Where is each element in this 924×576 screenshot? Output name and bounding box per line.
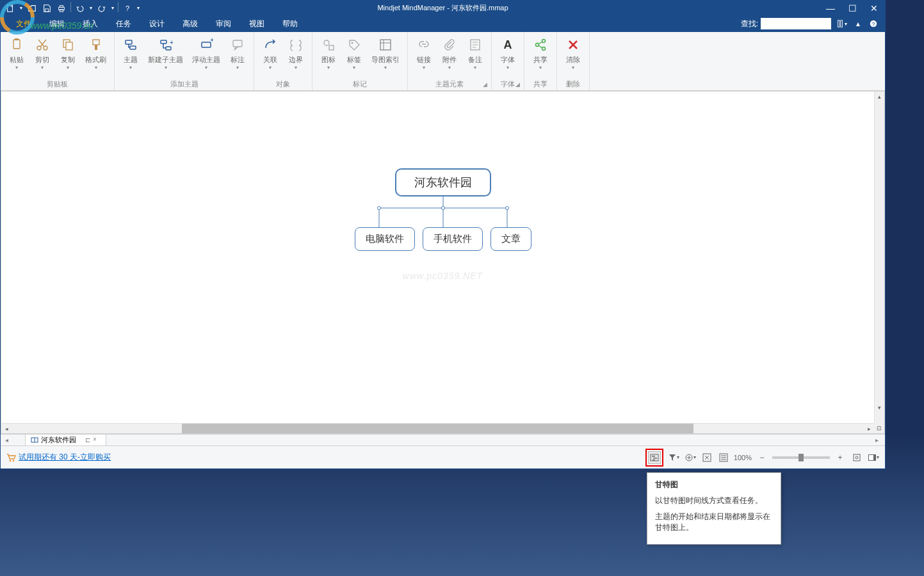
index-icon (378, 37, 393, 52)
help-button[interactable]: ? (867, 18, 880, 29)
collapse-button[interactable] (701, 451, 713, 464)
ribbon-btn-notes[interactable]: 备注▾ (463, 35, 487, 73)
ribbon-group-label: 剪贴板 (1, 77, 114, 90)
menu-item-3[interactable]: 任务 (107, 16, 140, 32)
dialog-launcher[interactable]: ◢ (481, 81, 489, 89)
gantt-icon[interactable] (648, 451, 661, 464)
ribbon-btn-format[interactable]: 格式刷▾ (81, 35, 110, 73)
menu-item-7[interactable]: 视图 (240, 16, 273, 32)
svg-point-46 (441, 207, 444, 210)
ribbon-btn-cut[interactable]: 剪切▾ (30, 35, 54, 73)
ribbon-btn-font[interactable]: A字体▾ (496, 35, 520, 73)
vertical-scrollbar[interactable]: ▴ ▾ (874, 92, 884, 423)
scroll-right-button[interactable]: ▸ (864, 424, 874, 434)
panels-button[interactable]: ▾ (867, 451, 880, 464)
tab-next[interactable]: ▸ (871, 435, 882, 446)
subtopic-1[interactable]: 手机软件 (423, 227, 483, 251)
expand-ribbon-button[interactable]: ▴ (852, 18, 864, 29)
trial-link[interactable]: 试用期还有 30 天-立即购买 (19, 452, 111, 463)
svg-rect-69 (869, 455, 873, 460)
tab-pin-icon[interactable]: ⊏ (85, 436, 90, 444)
scroll-up-button[interactable]: ▴ (875, 92, 884, 102)
svg-line-41 (539, 42, 542, 44)
scroll-corner[interactable]: ⊡ (874, 423, 884, 433)
bookmark-button[interactable]: ▾ (834, 18, 849, 29)
qat-help-icon[interactable]: ? (120, 2, 134, 15)
ribbon-btn-attach[interactable]: 附件▾ (437, 35, 462, 73)
menu-item-6[interactable]: 审阅 (207, 16, 240, 32)
ribbon-btn-relation[interactable]: 关联▾ (258, 35, 282, 73)
document-tab[interactable]: 河东软件园 ⊏ × (25, 435, 106, 446)
ribbon-btn-icons[interactable]: 图标▾ (316, 35, 341, 73)
svg-point-39 (542, 40, 546, 43)
ribbon-btn-link[interactable]: 链接▾ (412, 35, 436, 73)
central-topic[interactable]: 河东软件园 (395, 168, 491, 196)
qat-undo-icon[interactable] (73, 2, 87, 15)
mindmap: 河东软件园 电脑软件手机软件文章 (355, 168, 531, 251)
qat-dropdown4-icon[interactable]: ▾ (135, 2, 142, 15)
svg-rect-1 (45, 8, 48, 11)
zoom-slider[interactable] (772, 456, 830, 459)
ribbon-btn-copy[interactable]: 复制▾ (56, 35, 80, 73)
add-button[interactable]: ▾ (684, 451, 697, 464)
qat-print-icon[interactable] (54, 2, 69, 15)
zoom-out-button[interactable]: − (756, 451, 768, 464)
ribbon-group-5: A字体▾字体◢ (492, 32, 524, 90)
qat-open-icon[interactable] (25, 2, 39, 15)
ribbon-btn-index[interactable]: 导图索引▾ (368, 35, 403, 73)
font-icon: A (500, 37, 515, 52)
maximize-button[interactable]: ☐ (841, 1, 863, 15)
ribbon-btn-subtopic[interactable]: +新建子主题▾ (144, 35, 187, 73)
tooltip-line2: 主题的开始和结束日期都将显示在甘特图上。 (655, 511, 773, 533)
svg-point-45 (377, 207, 380, 210)
menu-item-5[interactable]: 高级 (174, 16, 207, 32)
qat-redo-icon[interactable] (95, 2, 109, 15)
attach-icon (442, 37, 457, 52)
ribbon-btn-label: 字体▾ (501, 55, 515, 70)
svg-rect-22 (166, 47, 171, 50)
cart-icon (6, 453, 16, 462)
menubar: 文件编辑插入任务设计高级审阅视图帮助 查找: ▾ ▴ ? (1, 15, 885, 32)
dialog-launcher[interactable]: ◢ (514, 81, 521, 89)
close-button[interactable]: ✕ (863, 1, 885, 15)
tab-prev[interactable]: ◂ (1, 435, 12, 446)
subtopic-0[interactable]: 电脑软件 (355, 227, 415, 251)
outline-button[interactable] (717, 451, 730, 464)
ribbon-btn-label: 图标▾ (321, 55, 336, 70)
menu-item-8[interactable]: 帮助 (273, 16, 307, 32)
zoom-in-button[interactable]: + (834, 451, 847, 464)
fit-button[interactable] (850, 451, 863, 464)
horizontal-scrollbar[interactable]: ◂ ▸ (1, 423, 874, 433)
tab-close[interactable]: × (93, 436, 101, 444)
ribbon-btn-boundary[interactable]: 边界▾ (284, 35, 308, 73)
qat-dropdown2-icon[interactable]: ▾ (88, 2, 94, 15)
qat-new-icon[interactable] (3, 2, 17, 15)
svg-rect-28 (329, 45, 334, 50)
scroll-down-button[interactable]: ▾ (875, 403, 884, 413)
svg-point-27 (324, 40, 329, 45)
ribbon-btn-label: 粘贴▾ (10, 55, 24, 70)
subtopic-2[interactable]: 文章 (490, 227, 531, 251)
minimize-button[interactable]: — (820, 1, 841, 15)
ribbon-group-2: 关联▾边界▾对象 (254, 32, 312, 90)
zoom-thumb[interactable] (798, 454, 804, 461)
qat-dropdown3-icon[interactable]: ▾ (109, 2, 116, 15)
ribbon-btn-float[interactable]: +浮动主题▾ (188, 35, 224, 73)
paste-icon (9, 37, 24, 52)
canvas[interactable]: 河东软件园 电脑软件手机软件文章 www.pc0359.NET ▴ ▾ ◂ ▸ … (1, 91, 885, 434)
svg-rect-18 (95, 45, 97, 50)
ribbon-btn-share[interactable]: 共享▾ (528, 35, 553, 73)
ribbon-btn-topic[interactable]: 主题▾ (118, 35, 143, 73)
search-input[interactable] (761, 18, 831, 29)
scroll-thumb-h[interactable] (182, 424, 693, 433)
filter-button[interactable]: ▾ (667, 451, 680, 464)
ribbon-btn-clear[interactable]: 清除▾ (561, 35, 585, 73)
qat-save-icon[interactable] (40, 2, 54, 15)
ribbon-btn-paste[interactable]: 粘贴▾ (4, 35, 29, 73)
qat-dropdown-icon[interactable]: ▾ (18, 2, 24, 15)
gantt-view-button-highlighted[interactable] (645, 449, 663, 467)
ribbon-btn-tag[interactable]: 标签▾ (342, 35, 366, 73)
scroll-left-button[interactable]: ◂ (1, 424, 12, 434)
ribbon-btn-callout[interactable]: 标注▾ (225, 35, 250, 73)
menu-item-4[interactable]: 设计 (140, 16, 174, 32)
